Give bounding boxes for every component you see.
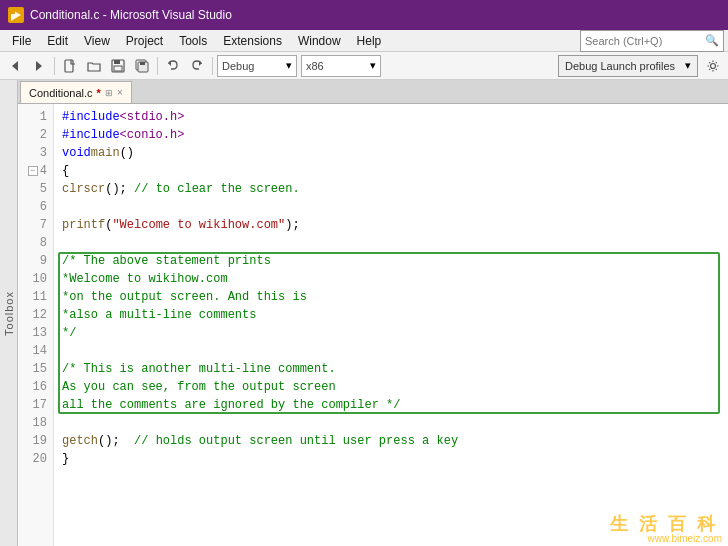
redo-button[interactable] bbox=[186, 55, 208, 77]
tab-modified-indicator: * bbox=[97, 87, 101, 99]
ln-7: 7 bbox=[18, 216, 53, 234]
ln-5: 5 bbox=[18, 180, 53, 198]
code-content[interactable]: #include <stdio.h> #include <conio.h> vo… bbox=[54, 104, 728, 546]
file-tab[interactable]: Conditional.c * ⊞ × bbox=[20, 81, 132, 103]
title-text: Conditional.c - Microsoft Visual Studio bbox=[30, 8, 232, 22]
menu-help[interactable]: Help bbox=[349, 32, 390, 50]
svg-marker-2 bbox=[12, 61, 18, 71]
menu-edit[interactable]: Edit bbox=[39, 32, 76, 50]
code-editor[interactable]: 1 2 3 −4 5 6 7 8 9 10 11 12 13 14 15 bbox=[18, 104, 728, 546]
editor-container: 1 2 3 −4 5 6 7 8 9 10 11 12 13 14 15 bbox=[18, 104, 728, 546]
debug-dropdown-arrow: ▾ bbox=[685, 59, 691, 72]
menu-extensions[interactable]: Extensions bbox=[215, 32, 290, 50]
ln-10: 10 bbox=[18, 270, 53, 288]
editor-area: Conditional.c * ⊞ × 1 2 3 −4 5 6 7 bbox=[18, 80, 728, 546]
tab-bar: Conditional.c * ⊞ × bbox=[18, 80, 728, 104]
code-line-15: /* This is another multi-line comment. bbox=[54, 360, 728, 378]
new-file-button[interactable] bbox=[59, 55, 81, 77]
sep2 bbox=[157, 57, 158, 75]
code-line-6 bbox=[54, 198, 728, 216]
menu-project[interactable]: Project bbox=[118, 32, 171, 50]
search-icon: 🔍 bbox=[701, 34, 723, 47]
tab-pin-icon[interactable]: ⊞ bbox=[105, 88, 113, 98]
title-bar: Conditional.c - Microsoft Visual Studio bbox=[0, 0, 728, 30]
watermark-url: www.bimeiz.com bbox=[648, 533, 722, 544]
code-line-18 bbox=[54, 414, 728, 432]
code-line-7: printf("Welcome to wikihow.com"); bbox=[54, 216, 728, 234]
svg-rect-4 bbox=[65, 60, 73, 72]
code-line-14 bbox=[54, 342, 728, 360]
code-line-12: *also a multi-line comments bbox=[54, 306, 728, 324]
menu-view[interactable]: View bbox=[76, 32, 118, 50]
code-line-1: #include <stdio.h> bbox=[54, 108, 728, 126]
code-line-8 bbox=[54, 234, 728, 252]
code-line-20: } bbox=[54, 450, 728, 468]
ln-15: 15 bbox=[18, 360, 53, 378]
menu-file[interactable]: File bbox=[4, 32, 39, 50]
code-line-13: */ bbox=[54, 324, 728, 342]
code-line-4: { bbox=[54, 162, 728, 180]
code-line-5: clrscr(); // to clear the screen. bbox=[54, 180, 728, 198]
code-line-17: all the comments are ignored by the comp… bbox=[54, 396, 728, 414]
menu-tools[interactable]: Tools bbox=[171, 32, 215, 50]
app-icon bbox=[8, 7, 24, 23]
ln-11: 11 bbox=[18, 288, 53, 306]
tab-filename: Conditional.c bbox=[29, 87, 93, 99]
code-line-11: *on the output screen. And this is bbox=[54, 288, 728, 306]
ln-16: 16 bbox=[18, 378, 53, 396]
save-all-button[interactable] bbox=[131, 55, 153, 77]
main-layout: Toolbox Conditional.c * ⊞ × 1 2 3 −4 bbox=[0, 80, 728, 546]
ln-8: 8 bbox=[18, 234, 53, 252]
toolbar: Debug ▾ x86 ▾ Debug Launch profiles ▾ bbox=[0, 52, 728, 80]
code-line-16: As you can see, from the output screen bbox=[54, 378, 728, 396]
undo-button[interactable] bbox=[162, 55, 184, 77]
sep1 bbox=[54, 57, 55, 75]
sep3 bbox=[212, 57, 213, 75]
search-input[interactable] bbox=[581, 35, 701, 47]
debug-settings-button[interactable] bbox=[702, 55, 724, 77]
ln-12: 12 bbox=[18, 306, 53, 324]
svg-rect-10 bbox=[140, 62, 145, 65]
toolbox-label: Toolbox bbox=[3, 291, 15, 336]
search-box[interactable]: 🔍 bbox=[580, 30, 724, 52]
code-line-19: getch(); // holds output screen until us… bbox=[54, 432, 728, 450]
ln-14: 14 bbox=[18, 342, 53, 360]
ln-2: 2 bbox=[18, 126, 53, 144]
ln-17: 17 bbox=[18, 396, 53, 414]
open-file-button[interactable] bbox=[83, 55, 105, 77]
svg-point-13 bbox=[711, 63, 716, 68]
back-button[interactable] bbox=[4, 55, 26, 77]
svg-rect-6 bbox=[114, 60, 120, 64]
code-line-3: void main() bbox=[54, 144, 728, 162]
save-button[interactable] bbox=[107, 55, 129, 77]
debug-launch-dropdown[interactable]: Debug Launch profiles ▾ bbox=[558, 55, 698, 77]
code-line-9: /* The above statement prints bbox=[54, 252, 728, 270]
ln-3: 3 bbox=[18, 144, 53, 162]
ln-18: 18 bbox=[18, 414, 53, 432]
ln-6: 6 bbox=[18, 198, 53, 216]
collapse-marker-4[interactable]: − bbox=[28, 166, 38, 176]
menu-window[interactable]: Window bbox=[290, 32, 349, 50]
toolbox-sidebar[interactable]: Toolbox bbox=[0, 80, 18, 546]
forward-button[interactable] bbox=[28, 55, 50, 77]
ln-19: 19 bbox=[18, 432, 53, 450]
tab-close-icon[interactable]: × bbox=[117, 87, 123, 98]
ln-9: 9 bbox=[18, 252, 53, 270]
ln-13: 13 bbox=[18, 324, 53, 342]
ln-4: −4 bbox=[18, 162, 53, 180]
ln-1: 1 bbox=[18, 108, 53, 126]
svg-rect-1 bbox=[10, 9, 15, 14]
menu-bar: File Edit View Project Tools Extensions … bbox=[0, 30, 728, 52]
ln-20: 20 bbox=[18, 450, 53, 468]
config-dropdown[interactable]: Debug ▾ bbox=[217, 55, 297, 77]
code-line-2: #include <conio.h> bbox=[54, 126, 728, 144]
debug-launch-label: Debug Launch profiles bbox=[565, 60, 681, 72]
svg-rect-7 bbox=[114, 66, 122, 71]
platform-dropdown[interactable]: x86 ▾ bbox=[301, 55, 381, 77]
line-numbers: 1 2 3 −4 5 6 7 8 9 10 11 12 13 14 15 bbox=[18, 104, 54, 546]
code-line-10: *Welcome to wikihow.com bbox=[54, 270, 728, 288]
svg-marker-3 bbox=[36, 61, 42, 71]
